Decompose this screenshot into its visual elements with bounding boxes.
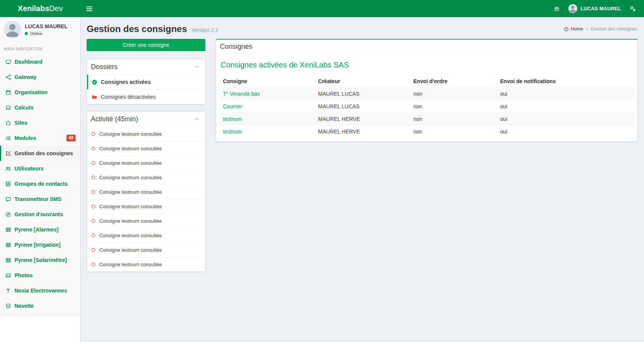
cell-envoi-ordre: non [410, 88, 497, 100]
sidebar-item-navette[interactable]: Navette [0, 298, 80, 313]
activity-item-label: Consigne testnum consultée [99, 189, 162, 195]
circle-icon [91, 233, 96, 238]
sidebar-item-transmetteur-sms[interactable]: Transmetteur SMS [0, 191, 80, 207]
list-icon [5, 135, 11, 141]
folder-consignes-activees[interactable]: Consignes activées [87, 74, 205, 89]
sidebar-item-photos[interactable]: Photos [0, 268, 80, 283]
sidebar-toggle-button[interactable] [81, 0, 98, 17]
table-row: T° Veranda bas MAUREL LUCAS non oui [220, 88, 634, 100]
sidebar-item-organisation[interactable]: Organisation [0, 85, 80, 100]
sidebar-item-label: Organisation [15, 89, 47, 95]
sidebar-item-modules[interactable]: Modules 43 [0, 130, 80, 146]
activity-list: Consigne testnum consultée Consigne test… [87, 127, 205, 272]
sidebar: LUCAS MAUREL Online MAIN NAVIGATION Dash… [0, 17, 81, 344]
circle-icon [91, 146, 96, 151]
create-consigne-button[interactable]: Créer une consigne [87, 39, 205, 51]
table-row: Courrier MAUREL LUCAS non oui [220, 100, 634, 113]
activity-item: Consigne testnum consultée [87, 127, 205, 141]
cell-envoi-ordre: non [410, 100, 497, 113]
content-header: Gestion des consignes Version 2.2 Home >… [81, 17, 644, 39]
dossiers-collapse-button[interactable] [192, 62, 201, 71]
sidebar-item-label: Navette [15, 303, 34, 309]
users-icon [5, 166, 11, 172]
consigne-link[interactable]: testnum [223, 129, 242, 135]
activity-item-label: Consigne testnum consultée [99, 146, 162, 151]
sidebar-item-gestion-des-consignes[interactable]: Gestion des consignes [0, 146, 80, 161]
activity-item-label: Consigne testnum consultée [99, 233, 162, 238]
consigne-link[interactable]: T° Veranda bas [223, 91, 260, 97]
sidebar-item-dashboard[interactable]: Dashboard [0, 54, 80, 69]
sidebar-item-label: Gateway [15, 74, 37, 80]
cell-createur: MAUREL HERVE [315, 125, 410, 138]
activity-item: Consigne testnum consultée [87, 214, 205, 228]
dashboard-icon [564, 27, 569, 32]
calendar-icon [5, 90, 11, 95]
folder-list: Consignes activées Consignes désactivées [87, 74, 205, 104]
sidebar-item-pyrene-irrigation[interactable]: Pyrene [Irrigation] [0, 237, 80, 252]
table-icon [5, 257, 11, 263]
sidebar-item-sites[interactable]: Sites [0, 115, 80, 130]
sidebar-item-label: Sites [15, 120, 27, 126]
bug-button[interactable] [549, 0, 565, 17]
sidebar-item-gestion-ouvrants[interactable]: Gestion d'ouvrants [0, 207, 80, 222]
activity-collapse-button[interactable] [192, 114, 201, 124]
circle-icon [91, 204, 96, 209]
consignes-box-body: Consignes activées de XeniLabs SAS Consi… [216, 54, 638, 141]
sidebar-item-label: Gestion d'ouvrants [15, 211, 63, 217]
breadcrumb-home-label: Home [571, 26, 583, 32]
sidebar-item-utilisateurs[interactable]: Utilisateurs [0, 161, 80, 176]
content: Créer une consigne Dossiers Consignes ac… [81, 39, 644, 285]
sidebar-item-groupes-de-contacts[interactable]: Groupes de contacts [0, 176, 80, 191]
consignes-box-title: Consignes [220, 43, 252, 51]
sidebar-item-pyrene-solarimetre[interactable]: Pyrene [Solarimètre] [0, 252, 80, 268]
gears-icon [629, 5, 636, 12]
circle-icon [91, 219, 96, 223]
bus-icon [5, 303, 11, 309]
table-icon [5, 227, 11, 233]
activity-item-label: Consigne testnum consultée [99, 160, 162, 166]
sidebar-item-pyrene-alarmes[interactable]: Pyrene [Alarmes] [0, 222, 80, 237]
brand-light: Dev [49, 4, 63, 13]
cell-createur: MAUREL LUCAS [315, 88, 410, 100]
sidebar-item-nosia-electrovannes[interactable]: Nosia Electrovannes [0, 283, 80, 298]
circle-icon [91, 132, 96, 137]
consignes-box: Consignes Consignes activées de XeniLabs… [216, 39, 638, 142]
footer [81, 341, 644, 344]
main-wrapper: Gestion des consignes Version 2.2 Home >… [81, 0, 644, 285]
minus-icon [194, 64, 199, 69]
column-envoi-ordre: Envoi d'ordre [410, 75, 497, 88]
activity-box: Activité (45min) Consigne testnum consul… [87, 111, 205, 272]
sidebar-item-gateway[interactable]: Gateway [0, 69, 80, 85]
sidebar-item-label: Groupes de contacts [15, 181, 68, 187]
cell-envoi-notifications: oui [497, 113, 634, 125]
folder-icon [92, 94, 97, 100]
column-envoi-notifications: Envoi de notifications [497, 75, 634, 88]
activity-item-label: Consigne testnum consultée [99, 175, 162, 180]
cell-envoi-notifications: oui [497, 88, 634, 100]
sidebar-item-label: Modules [15, 135, 36, 141]
folder-consignes-desactivees[interactable]: Consignes désactivées [87, 89, 205, 104]
activity-item-label: Consigne testnum consultée [99, 262, 162, 267]
sidebar-item-label: Pyrene [Solarimètre] [15, 257, 67, 263]
desktop-icon [5, 59, 11, 65]
sidebar-item-calculs[interactable]: Calculs [0, 100, 80, 115]
breadcrumb-home-link[interactable]: Home [564, 26, 583, 32]
edit-icon [5, 151, 11, 156]
consigne-link[interactable]: testnum [223, 116, 242, 122]
folder-label: Consignes activées [101, 79, 151, 85]
consigne-link[interactable]: Courrier [223, 103, 242, 109]
sidebar-item-label: Gestion des consignes [15, 150, 73, 156]
activity-item: Consigne testnum consultée [87, 257, 205, 272]
brand-logo[interactable]: XenilabsDev [0, 0, 81, 17]
sidebar-item-label: Photos [15, 272, 32, 278]
activity-item: Consigne testnum consultée [87, 156, 205, 170]
activity-item: Consigne testnum consultée [87, 185, 205, 199]
cell-envoi-ordre: non [410, 113, 497, 125]
activity-item-label: Consigne testnum consultée [99, 204, 162, 209]
home-icon [5, 120, 11, 126]
settings-button[interactable] [625, 0, 640, 17]
consignes-table: Consigne Créateur Envoi d'ordre Envoi de… [220, 75, 634, 138]
dossiers-box-header: Dossiers [87, 59, 205, 74]
user-menu[interactable]: LUCAS MAUREL [565, 0, 625, 17]
sidebar-menu: Dashboard Gateway Organisation Calculs S… [0, 54, 80, 313]
